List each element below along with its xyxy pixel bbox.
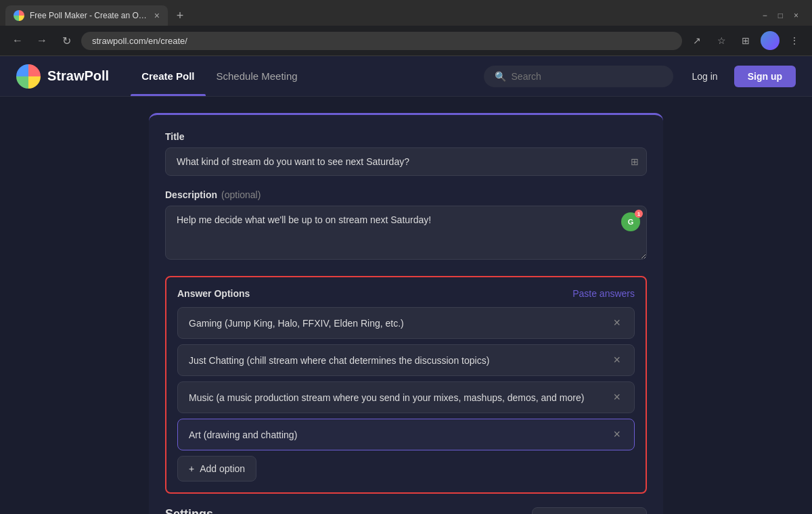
answer-option-input-1[interactable] (189, 318, 610, 329)
advanced-settings-button[interactable]: ▼ Advanced settings (532, 507, 647, 514)
title-input[interactable] (165, 147, 647, 176)
avatar (761, 31, 780, 50)
title-field-group: Title ⊞ (165, 131, 647, 176)
settings-title: Settings (165, 507, 493, 514)
title-field-icon: ⊞ (631, 156, 639, 167)
answer-option-input-3[interactable] (189, 392, 610, 403)
description-textarea-wrapper: Help me decide what we'll be up to on st… (165, 206, 647, 262)
logo: StrawPoll (16, 64, 109, 89)
nav-tab-schedule-meeting[interactable]: Schedule Meeting (206, 56, 309, 96)
search-icon: 🔍 (495, 71, 506, 82)
logo-text: StrawPoll (47, 68, 109, 84)
bookmark-icon[interactable]: ☆ (712, 31, 731, 50)
remove-option-2-icon[interactable]: × (610, 353, 623, 367)
title-input-wrapper: ⊞ (165, 147, 647, 176)
grammarly-badge: 1 (635, 210, 643, 218)
browser-tab[interactable]: Free Poll Maker - Create an Onli... × (5, 5, 168, 26)
remove-option-4-icon[interactable]: × (610, 427, 623, 442)
grammarly-button[interactable]: G 1 (621, 212, 640, 231)
answer-option-1: × (177, 307, 635, 339)
search-input[interactable] (512, 71, 662, 82)
nav-tab-create-poll[interactable]: Create Poll (131, 56, 205, 96)
menu-icon[interactable]: ⋮ (785, 31, 804, 50)
new-tab-button[interactable]: + (171, 6, 189, 25)
settings-section: Settings Choose the following poll setti… (165, 507, 647, 514)
main-content: Title ⊞ Description (optional) Help me d… (0, 97, 812, 514)
answer-options-header: Answer Options Paste answers (177, 288, 635, 299)
signup-button[interactable]: Sign up (734, 66, 796, 87)
tab-close-icon[interactable]: × (154, 10, 160, 21)
form-container: Title ⊞ Description (optional) Help me d… (149, 113, 663, 514)
add-option-plus-icon: + (189, 463, 194, 474)
answer-option-4: × (177, 419, 635, 450)
minimize-icon[interactable]: − (763, 11, 767, 20)
search-bar[interactable]: 🔍 (484, 66, 673, 87)
description-field-group: Description (optional) Help me decide wh… (165, 189, 647, 262)
answer-option-input-2[interactable] (189, 355, 610, 366)
refresh-button[interactable]: ↻ (57, 31, 76, 50)
description-textarea[interactable]: Help me decide what we'll be up to on st… (165, 206, 647, 260)
back-button[interactable]: ← (8, 31, 27, 50)
login-button[interactable]: Log in (684, 66, 726, 87)
settings-header: Settings Choose the following poll setti… (165, 507, 647, 514)
tab-title: Free Poll Maker - Create an Onli... (30, 11, 149, 20)
answer-options-title: Answer Options (177, 288, 250, 299)
address-input[interactable] (81, 32, 682, 50)
share-icon[interactable]: ↗ (687, 31, 706, 50)
close-icon[interactable]: × (794, 11, 798, 20)
description-label: Description (optional) (165, 189, 647, 200)
forward-button[interactable]: → (32, 31, 51, 50)
answer-option-input-4[interactable] (189, 429, 610, 440)
add-option-button[interactable]: + Add option (177, 456, 256, 482)
profile-icon[interactable] (761, 31, 780, 50)
answer-option-3: × (177, 381, 635, 413)
extensions-icon[interactable]: ⊞ (736, 31, 755, 50)
tab-favicon (14, 10, 24, 21)
paste-answers-button[interactable]: Paste answers (572, 288, 635, 299)
answer-option-2: × (177, 344, 635, 376)
main-nav: Create Poll Schedule Meeting (131, 56, 308, 96)
title-label: Title (165, 131, 647, 142)
answer-options-section: Answer Options Paste answers × × × × + (165, 276, 647, 494)
maximize-icon[interactable]: □ (778, 11, 783, 20)
logo-icon (16, 64, 41, 89)
remove-option-1-icon[interactable]: × (610, 316, 623, 330)
remove-option-3-icon[interactable]: × (610, 390, 623, 404)
